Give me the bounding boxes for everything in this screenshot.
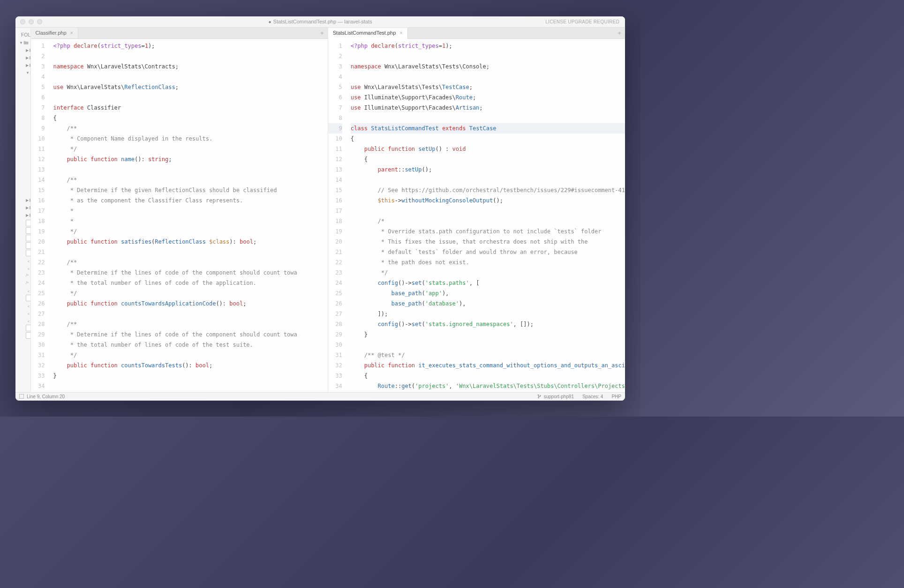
code-icon: [26, 310, 30, 316]
syntax-status[interactable]: PHP: [611, 394, 621, 399]
minimize-dot[interactable]: [29, 19, 34, 24]
branch-icon: [537, 394, 542, 399]
tree-item[interactable]: laravel-stats: [15, 39, 30, 47]
tree-item[interactable]: psalm.xml: [15, 309, 30, 317]
modified-dot-icon: ●: [269, 19, 271, 24]
gutter-right: 1234567891011121314151617181920212223242…: [328, 39, 347, 392]
license-notice[interactable]: LICENSE UPGRADE REQUIRED: [545, 19, 619, 24]
file-icon: [26, 235, 31, 241]
titlebar: ●StatsListCommandTest.php — laravel-stat…: [15, 16, 625, 28]
file-icon: [26, 250, 31, 256]
code-icon: [26, 257, 30, 264]
tree-item[interactable]: CONTRIBUTING.md: [15, 287, 30, 294]
sidebar[interactable]: FOLDERS laravel-stats.github.ideaconfigs…: [15, 28, 31, 392]
file-tree[interactable]: laravel-stats.github.ideaconfigsrcClassi…: [15, 39, 30, 339]
code-right[interactable]: <?php declare(strict_types=1);namespace …: [347, 39, 625, 392]
pane-left: Classifier.php × + 123456789101112131415…: [31, 28, 328, 392]
tree-item[interactable]: README.md: [15, 317, 30, 324]
folder-open-icon: [23, 40, 29, 46]
new-tab-button[interactable]: +: [614, 28, 625, 38]
tree-item[interactable]: .gitignore: [15, 234, 30, 242]
panel-toggle-icon[interactable]: [19, 394, 24, 399]
file-icon: [26, 220, 31, 226]
tree-item[interactable]: .github: [15, 47, 30, 54]
file-icon: [26, 227, 31, 234]
zoom-dot[interactable]: [37, 19, 42, 24]
tree-item[interactable]: rector.php: [15, 324, 30, 332]
tree-item[interactable]: ValueObjects: [15, 152, 31, 159]
close-icon[interactable]: ×: [399, 30, 402, 36]
tree-item[interactable]: phpunit.xml: [15, 302, 30, 309]
tab-classifier[interactable]: Classifier.php ×: [31, 28, 78, 38]
tree-item[interactable]: LICENSE: [15, 294, 30, 302]
tab-label: Classifier.php: [36, 30, 67, 36]
tree-item[interactable]: ClassesFinder.php: [15, 159, 31, 167]
tree-item[interactable]: Project.php: [15, 174, 31, 182]
indent-status[interactable]: Spaces: 4: [582, 394, 603, 399]
tree-item[interactable]: .gitattributes: [15, 227, 30, 234]
gutter-left: 1234567891011121314151617181920212223242…: [31, 39, 50, 392]
tree-item[interactable]: Contracts: [15, 92, 31, 99]
tree-item[interactable]: Classifier.php: [15, 167, 31, 174]
tree-item[interactable]: .idea: [15, 54, 30, 62]
file-icon: [26, 295, 31, 301]
editor-right[interactable]: 1234567891011121314151617181920212223242…: [328, 39, 625, 392]
tabbar-left: Classifier.php × +: [31, 28, 328, 39]
close-icon[interactable]: ×: [70, 30, 73, 36]
tree-item[interactable]: Classifier.php: [15, 99, 31, 107]
code-icon: [26, 287, 30, 294]
statusbar: Line 9, Column 20 support-php81 Spaces: …: [15, 392, 625, 401]
file-icon: [26, 242, 31, 249]
tree-item[interactable]: RejectionStrategy.php: [15, 114, 31, 122]
code-icon: [26, 302, 30, 309]
tree-item[interactable]: tests: [15, 204, 30, 212]
tree-item[interactable]: src: [15, 69, 30, 77]
tree-item[interactable]: ShareableMetrics: [15, 137, 31, 144]
tree-item[interactable]: Outputs: [15, 122, 31, 129]
file-icon: [26, 325, 31, 331]
tree-item[interactable]: config: [15, 62, 30, 69]
cursor-position[interactable]: Line 9, Column 20: [27, 394, 65, 399]
code-icon: [26, 265, 30, 271]
pane-right: StatsListCommandTest.php × + 12345678910…: [328, 28, 625, 392]
tab-statslist[interactable]: StatsListCommandTest.php ×: [328, 28, 408, 39]
window-title: ●StatsListCommandTest.php — laravel-stat…: [15, 19, 625, 24]
chevron-icon[interactable]: [19, 39, 23, 47]
editor-left[interactable]: 1234567891011121314151617181920212223242…: [31, 39, 328, 392]
git-branch[interactable]: support-php81: [537, 394, 574, 399]
file-icon: [26, 332, 31, 339]
brace-icon: [26, 272, 29, 279]
tree-item[interactable]: composer.lock: [15, 279, 30, 287]
tree-item[interactable]: Classifiers: [15, 77, 31, 84]
tree-item[interactable]: Console: [15, 84, 31, 92]
tree-item[interactable]: StatsServiceProvider.php: [15, 189, 31, 197]
tree-item[interactable]: .editorconfig: [15, 219, 30, 227]
tree-item[interactable]: ReflectionClass.php: [15, 182, 31, 189]
tab-label: StatsListCommandTest.php: [333, 30, 396, 36]
tree-item[interactable]: Statistics: [15, 144, 31, 152]
sidebar-header: FOLDERS: [15, 30, 30, 39]
tree-item[interactable]: RejectionStrategies: [15, 129, 31, 137]
code-icon: [26, 317, 30, 324]
tree-item[interactable]: screenshot.png: [15, 332, 30, 339]
tree-item[interactable]: CODE_OF_CONDUCT.md: [15, 264, 30, 272]
brace-icon: [26, 280, 29, 286]
editor-window: ●StatsListCommandTest.php — laravel-stat…: [15, 16, 625, 401]
tree-item[interactable]: CollectableMetric.php: [15, 107, 31, 114]
tree-item[interactable]: .phpunit.result.cache: [15, 249, 30, 257]
chevron-icon[interactable]: [26, 69, 30, 77]
tree-item[interactable]: .php_cs: [15, 242, 30, 249]
code-left[interactable]: <?php declare(strict_types=1);namespace …: [50, 39, 328, 392]
tree-item[interactable]: vendor: [15, 212, 30, 219]
close-dot[interactable]: [20, 19, 25, 24]
window-controls: [20, 19, 42, 24]
new-tab-button[interactable]: +: [316, 28, 328, 38]
tabbar-right: StatsListCommandTest.php × +: [328, 28, 625, 39]
tree-item[interactable]: composer.json: [15, 272, 30, 279]
tree-item[interactable]: test-stubs-nova: [15, 197, 30, 204]
tree-item[interactable]: CHANGELOG.md: [15, 257, 30, 264]
